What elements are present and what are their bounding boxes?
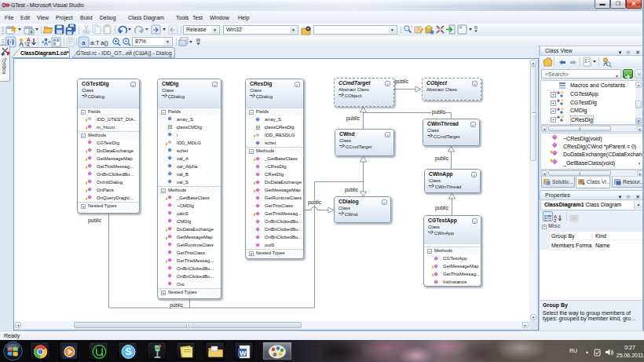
svg-text:public: public [395, 79, 409, 85]
svg-text:a:T: a:T [90, 39, 100, 46]
svg-text:public: public [170, 302, 184, 309]
svg-text:a: a [82, 39, 86, 46]
svg-text:public: public [308, 199, 322, 206]
svg-text:public: public [435, 205, 449, 211]
svg-text:a(): a() [101, 39, 108, 46]
svg-text:public: public [346, 115, 360, 122]
svg-text:public: public [432, 109, 446, 115]
svg-text:public: public [345, 187, 359, 193]
svg-text:ClassDiagram1.cd*: ClassDiagram1.cd* [20, 50, 69, 57]
svg-text:Z: Z [27, 42, 30, 47]
svg-text:S: S [126, 346, 132, 357]
svg-text:GTest.rc - IDD_GT...ий (США)]: GTest.rc - IDD_GT...ий (США)] - Dialog [76, 50, 172, 57]
svg-text:public: public [435, 155, 449, 162]
svg-text:public: public [88, 218, 102, 224]
svg-text:W: W [240, 349, 247, 357]
